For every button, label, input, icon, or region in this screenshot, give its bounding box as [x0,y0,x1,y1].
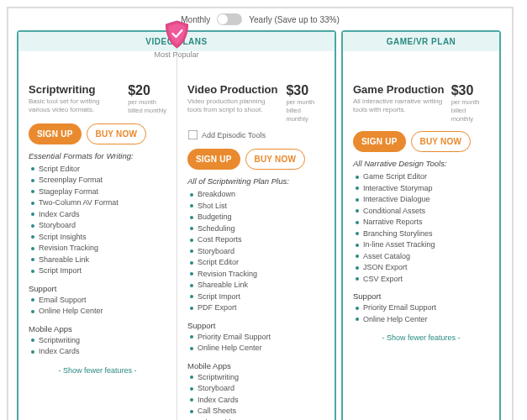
plan-title: Scriptwriting [29,83,121,96]
mobile-heading: Mobile Apps [187,361,324,370]
price-sub1: per month [128,98,166,107]
price-sub2: billed monthly [286,107,324,123]
show-fewer-link[interactable]: - Show fewer features - [29,366,166,375]
feature-item: Script Editor [39,164,166,176]
feature-item: CSV Export [363,274,489,286]
plan-game-production: Game Production All interactive narrativ… [343,51,499,350]
feature-item: Branching Storylines [363,228,489,240]
feature-item: Asset Catalog [363,251,489,263]
feature-item: Index Cards [198,395,324,407]
signup-button[interactable]: SIGN UP [353,131,406,152]
game-plan-columns: Game Production All interactive narrativ… [343,51,499,350]
most-popular-badge: Most Popular [154,20,198,59]
features-heading: All Narrative Design Tools: [353,159,489,168]
toggle-label-yearly: Yearly (Save up to 33%) [249,15,339,24]
feature-item: Storyboard [198,246,324,258]
feature-item: Revision Tracking [39,243,166,255]
feature-item: Call Sheets [198,406,324,417]
mobile-list: Scriptwriting Storyboard Index Cards Cal… [187,372,324,420]
feature-item: Scriptwriting [198,372,324,384]
plan-title: Video Production [187,83,279,96]
pricing-page: Monthly Yearly (Save up to 33%) VIDEO PL… [7,7,514,420]
price-sub1: per month [286,98,324,107]
feature-item: Shareable Link [39,255,166,266]
feature-item: Cost Reports [198,234,324,246]
feature-item: Shot List [198,201,324,213]
signup-button[interactable]: SIGN UP [29,123,82,144]
feature-item: Email Support [39,295,166,307]
plan-price: $30 [451,83,489,98]
feature-list: Game Script Editor Interactive Storymap … [353,171,489,285]
feature-item: Storyboard [39,220,166,232]
group-header-game: GAME/VR PLAN [343,32,499,51]
feature-item: Revision Tracking [198,269,324,281]
feature-item: JSON Export [363,262,489,274]
feature-item: Priority Email Support [198,332,324,344]
feature-item: Stageplay Format [39,186,166,198]
addon-checkbox[interactable] [188,130,198,140]
support-heading: Support [187,321,324,330]
feature-item: Script Editor [198,257,324,269]
feature-item: Screenplay Format [39,175,166,186]
feature-item: PDF Export [198,302,324,314]
buynow-button[interactable]: BUY NOW [87,123,147,144]
feature-item: Storyboard [198,383,324,395]
toggle-knob [218,14,228,24]
support-heading: Support [353,291,489,301]
feature-item: Scriptwriting [39,335,166,347]
feature-item: Index Cards [39,209,166,221]
feature-item: Interactive Dialogue [363,194,489,206]
plan-title: Game Production [353,83,445,96]
support-list: Email Support Online Help Center [29,295,166,318]
video-plan-columns: Scriptwriting Basic tool set for writing… [18,51,335,420]
support-heading: Support [29,284,166,293]
feature-item: In-line Asset Tracking [363,239,489,251]
feature-item: Narrative Reports [363,217,489,228]
feature-item: Online Help Center [363,314,489,326]
feature-item: Breakdown [198,189,324,201]
badge-label: Most Popular [154,50,198,59]
feature-list: Breakdown Shot List Budgeting Scheduling… [187,189,324,314]
support-list: Priority Email Support Online Help Cente… [353,302,489,325]
plan-subtitle: All interactive narrative writing tools … [353,97,445,115]
feature-item: Script Insights [39,232,166,244]
plan-price: $30 [286,83,324,98]
plan-scriptwriting: Scriptwriting Basic tool set for writing… [18,51,177,420]
show-fewer-link[interactable]: - Show fewer features - [353,333,489,342]
shield-check-icon [154,20,198,49]
addon-row: Add Episodic Tools [187,129,324,140]
feature-item: Game Script Editor [363,171,489,183]
feature-item: Priority Email Support [363,302,489,314]
billing-toggle[interactable] [217,13,242,25]
price-sub2: billed monthly [128,107,166,115]
plan-subtitle: Basic tool set for writing various video… [29,97,121,115]
buynow-button[interactable]: BUY NOW [245,149,306,170]
feature-item: Script Import [39,265,166,277]
feature-item: Index Cards [39,346,166,358]
feature-item: Conditional Assets [363,206,489,218]
addon-label: Add Episodic Tools [202,131,266,139]
feature-item: Interactive Storymap [363,183,489,195]
support-list: Priority Email Support Online Help Cente… [187,332,324,354]
feature-item: Script Import [198,291,324,303]
signup-button[interactable]: SIGN UP [187,149,240,170]
group-game-vr: GAME/VR PLAN Game Production All interac… [341,30,501,420]
features-heading: Essential Formats for Writing: [29,151,166,160]
plan-subtitle: Video production planning tools from scr… [187,97,279,115]
feature-item: Shareable Link [198,280,324,291]
billing-toggle-row: Monthly Yearly (Save up to 33%) [17,13,503,30]
plan-groups: VIDEO PLANS Most Popular S [17,30,503,420]
mobile-heading: Mobile Apps [29,324,166,333]
feature-item: Online Help Center [39,306,166,318]
feature-item: Budgeting [198,212,324,223]
price-sub1: per month [451,98,489,107]
plan-price: $20 [128,83,166,98]
price-sub2: billed monthly [451,107,489,123]
feature-list: Script Editor Screenplay Format Stagepla… [29,164,166,277]
group-video-plans: VIDEO PLANS Most Popular S [17,30,336,420]
features-heading: All of Scriptwriting Plan Plus: [187,176,324,186]
buynow-button[interactable]: BUY NOW [411,131,472,152]
feature-item: Scheduling [198,223,324,235]
feature-item: Two-Column AV Format [39,197,166,209]
plan-video-production: Video Production Video production planni… [177,51,335,420]
